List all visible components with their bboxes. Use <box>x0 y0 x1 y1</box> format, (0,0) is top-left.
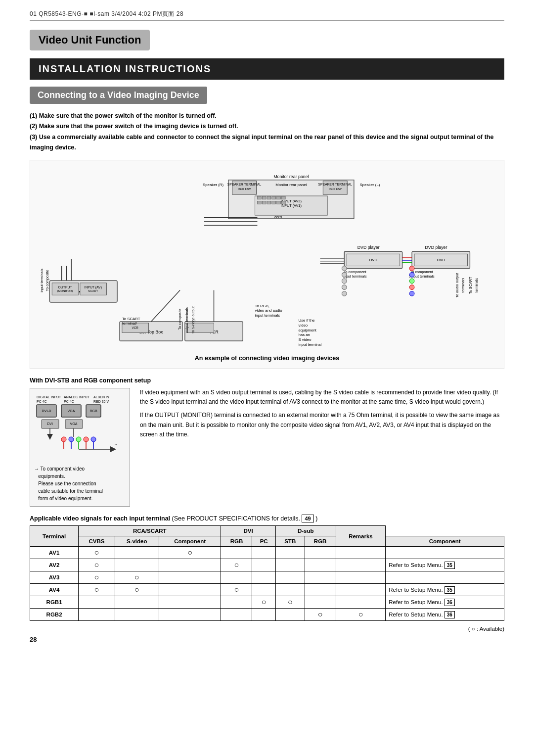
svg-point-117 <box>61 437 66 442</box>
svg-point-92 <box>342 285 347 290</box>
svg-text:VCR: VCR <box>132 326 139 330</box>
svg-rect-21 <box>281 196 285 199</box>
to-component-text: → To component video equipments. Please … <box>34 465 126 502</box>
svg-line-64 <box>151 290 180 322</box>
svg-text:PC 4C: PC 4C <box>64 400 74 403</box>
svg-text:RED 35 V: RED 35 V <box>93 400 109 403</box>
sub-col-rgb: RGB <box>221 536 252 547</box>
connecting-title: Connecting to a Video Imaging Device <box>30 87 207 104</box>
svg-text:Monitor rear panel: Monitor rear panel <box>273 174 309 179</box>
svg-text:Speaker (R): Speaker (R) <box>203 183 223 187</box>
svg-text:Speaker (L): Speaker (L) <box>360 183 380 187</box>
svg-text:terminal/: terminal/ <box>122 321 137 326</box>
svg-text:VGA: VGA <box>70 422 78 425</box>
svg-text:To composite: To composite <box>178 309 182 330</box>
svg-text:RGB: RGB <box>89 409 97 413</box>
note-available: ( ○ : Available) <box>30 626 504 632</box>
svg-text:RED 12W: RED 12W <box>238 188 251 190</box>
applicable-line: Applicable video signals for each input … <box>30 515 504 522</box>
video-unit-title: Video Unit Function <box>30 30 150 50</box>
sub-col-stb: STB <box>275 536 305 547</box>
svg-text:ANALOG INPUT: ANALOG INPUT <box>64 395 90 399</box>
svg-point-95 <box>409 272 414 277</box>
connection-diagram-svg: Monitor rear panel Monitor rear panel SP… <box>35 167 499 350</box>
header-line: 01 QR58543-ENG-■ ■I-sam 3/4/2004 4:02 PM… <box>30 10 504 21</box>
svg-text:DVI: DVI <box>47 422 53 425</box>
svg-point-90 <box>342 272 347 277</box>
col-terminal: Terminal <box>30 526 79 547</box>
svg-text:SPEAKER TERMINAL: SPEAKER TERMINAL <box>227 183 262 186</box>
table-row: AV2○○Refer to Setup Menu. 35 <box>30 559 504 571</box>
svg-text:DVD player: DVD player <box>357 245 380 250</box>
table-row: RGB2○○Refer to Setup Menu. 36 <box>30 609 504 621</box>
svg-text:DVI-D: DVI-D <box>42 409 51 413</box>
page-number: 28 <box>30 636 504 643</box>
svg-text:has an: has an <box>299 332 310 337</box>
svg-text:PC 4C: PC 4C <box>37 400 47 403</box>
svg-rect-24 <box>267 201 271 204</box>
svg-rect-17 <box>262 196 266 199</box>
svg-text:To RGB,: To RGB, <box>255 304 269 308</box>
svg-text:input terminals: input terminals <box>255 313 280 318</box>
signal-table: Terminal RCA/SCART DVI D-sub Remarks CVB… <box>30 525 504 621</box>
svg-text:output terminals: output terminals <box>184 307 189 333</box>
svg-text:input terminal: input terminal <box>299 342 322 347</box>
col-remarks: Remarks <box>336 526 386 547</box>
svg-text:terminals: terminals <box>461 278 465 293</box>
dvi-text-section: If video equipment with an S video outpu… <box>140 388 504 443</box>
sub-col-d-component: Component <box>386 536 504 547</box>
svg-point-120 <box>84 437 89 442</box>
svg-text:DVD player: DVD player <box>425 245 447 250</box>
svg-text:To component: To component <box>344 270 366 274</box>
svg-text:DVD: DVD <box>437 258 445 262</box>
svg-text:SCART: SCART <box>88 289 98 292</box>
svg-point-97 <box>409 285 414 290</box>
svg-rect-22 <box>257 201 261 204</box>
svg-text:equipment: equipment <box>299 328 317 332</box>
svg-rect-23 <box>262 201 266 204</box>
svg-point-119 <box>76 437 81 442</box>
sub-col-cvbs: CVBS <box>79 536 115 547</box>
svg-text:Use if the: Use if the <box>299 318 315 323</box>
svg-text:SPEAKER TERMINAL: SPEAKER TERMINAL <box>318 183 352 186</box>
table-row: AV3○○ <box>30 571 504 584</box>
svg-text:S video: S video <box>299 337 312 342</box>
svg-text:(MONITOR): (MONITOR) <box>57 289 73 292</box>
svg-text:VGA: VGA <box>68 409 75 413</box>
svg-text:To S-ridge output: To S-ridge output <box>191 306 195 334</box>
table-row: RGB1○○Refer to Setup Menu. 36 <box>30 596 504 609</box>
svg-text:To audio output: To audio output <box>455 273 459 298</box>
svg-point-91 <box>342 279 347 284</box>
svg-text:To composite: To composite <box>45 270 49 291</box>
svg-text:video and audio: video and audio <box>255 308 283 313</box>
svg-rect-20 <box>277 196 281 199</box>
svg-text:DVD: DVD <box>369 258 378 262</box>
svg-point-89 <box>342 266 347 271</box>
table-row: AV4○○○Refer to Setup Menu. 35 <box>30 584 504 596</box>
svg-text:input terminals: input terminals <box>40 269 44 292</box>
diagram-caption: An example of connecting video imaging d… <box>35 355 499 362</box>
sub-col-d-rgb: RGB <box>305 536 336 547</box>
svg-text:DIGITAL INPUT: DIGITAL INPUT <box>37 395 61 399</box>
svg-rect-30 <box>52 283 79 295</box>
dvi-bullet-2: If the OUTPUT (MONITOR) terminal is conn… <box>140 411 504 439</box>
svg-point-98 <box>409 291 414 296</box>
svg-point-94 <box>409 266 414 271</box>
svg-text:To SCART: To SCART <box>122 317 140 321</box>
svg-rect-18 <box>267 196 271 199</box>
svg-text:INPUT (AV): INPUT (AV) <box>85 285 102 289</box>
instruction-1: (1) Make sure that the power switch of t… <box>30 111 504 121</box>
col-rca-scart: RCA/SCART <box>79 526 221 536</box>
instruction-2: (2) Make sure that the power switch of t… <box>30 121 504 132</box>
svg-point-121 <box>91 437 96 442</box>
col-dsub: D-sub <box>275 526 336 536</box>
svg-text:OUTPUT: OUTPUT <box>58 285 73 289</box>
svg-rect-27 <box>281 201 285 204</box>
page-ref-49: 49 <box>302 515 313 522</box>
svg-point-93 <box>342 291 347 296</box>
svg-rect-25 <box>272 201 276 204</box>
svg-text:ALBEN IN: ALBEN IN <box>93 395 109 399</box>
table-row: AV1○○ <box>30 547 504 559</box>
installation-title: INSTALLATION INSTRUCTIONS <box>30 58 504 80</box>
dvi-diagram-svg: DIGITAL INPUT PC 4C ANALOG INPUT PC 4C A… <box>34 392 126 462</box>
